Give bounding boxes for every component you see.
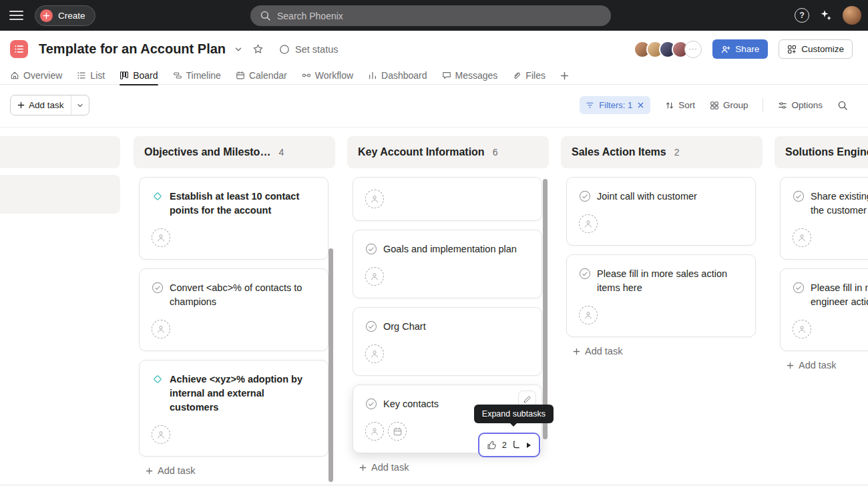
tab-calendar[interactable]: Calendar (236, 67, 287, 85)
task-check-icon[interactable] (365, 243, 377, 255)
options-button[interactable]: Options (778, 100, 823, 110)
task-card[interactable]: Achieve <xyz>% adoption by internal and … (139, 360, 329, 457)
tab-workflow[interactable]: Workflow (302, 67, 353, 85)
tab-timeline[interactable]: Timeline (173, 67, 221, 85)
tab-dashboard[interactable]: Dashboard (368, 67, 427, 85)
task-check-icon[interactable] (793, 190, 805, 202)
card-title: Joint call with customer (597, 190, 697, 204)
task-check-icon[interactable] (365, 398, 377, 410)
toolbar-divider (763, 99, 763, 112)
filters-chip[interactable]: Filters: 1 (580, 96, 650, 114)
global-search[interactable] (250, 5, 611, 26)
clear-filters-icon[interactable] (637, 101, 644, 109)
assignee-placeholder-icon[interactable] (365, 190, 384, 208)
board-toolbar: Add task Filters: 1 Sort Group (0, 95, 868, 117)
column-count: 6 (493, 147, 498, 158)
expand-subtasks-button[interactable]: 2 (478, 433, 540, 457)
column-header[interactable]: Solutions Engineering (775, 136, 868, 168)
plus-icon (17, 101, 25, 109)
task-check-icon[interactable] (152, 282, 164, 294)
tab-messages[interactable]: Messages (442, 67, 498, 85)
add-task-button[interactable]: Add task (11, 95, 71, 115)
assignee-placeholder-icon[interactable] (365, 267, 384, 286)
sort-button[interactable]: Sort (665, 100, 695, 110)
column-count: 2 (674, 147, 680, 158)
search-input[interactable] (277, 11, 602, 21)
task-card[interactable]: Establish at least 10 contact points for… (139, 177, 329, 260)
tab-files[interactable]: Files (512, 67, 546, 85)
assignee-placeholder-icon[interactable] (793, 320, 811, 338)
task-check-icon[interactable] (579, 268, 591, 280)
task-card[interactable]: Joint call with customer (566, 177, 756, 246)
column-title: Objectives and Milesto… (144, 146, 270, 158)
assignee-placeholder-icon[interactable] (579, 306, 598, 324)
plus-icon (146, 467, 153, 475)
column-title: Key Account Information (358, 146, 485, 158)
sidebar-toggle-button[interactable] (9, 9, 23, 22)
assignee-placeholder-icon[interactable] (793, 228, 811, 247)
task-check-icon[interactable] (365, 320, 377, 332)
tab-overview[interactable]: Overview (10, 67, 62, 85)
task-card[interactable]: Please fill in m engineer action it (780, 268, 868, 351)
assignee-placeholder-icon[interactable] (152, 425, 170, 444)
ai-sparkle-icon[interactable] (819, 9, 833, 22)
tab-board[interactable]: Board (120, 67, 158, 85)
group-button[interactable]: Group (710, 100, 748, 110)
milestone-diamond-icon[interactable] (152, 373, 164, 385)
subtasks-branch-icon (511, 440, 521, 450)
board-column-objectives: Objectives and Milesto… 4 Establish at l… (134, 136, 335, 476)
column-add-task-button[interactable]: Add task (573, 346, 622, 356)
user-avatar[interactable] (843, 6, 861, 25)
help-button[interactable]: ? (795, 8, 809, 23)
assignee-placeholder-icon[interactable] (152, 320, 170, 338)
customize-button[interactable]: Customize (779, 39, 853, 59)
member-avatars[interactable]: ··· (634, 41, 702, 58)
set-status-button[interactable]: Set status (279, 44, 338, 55)
filter-icon (586, 101, 594, 109)
create-button[interactable]: Create (35, 5, 95, 26)
search-icon (260, 10, 271, 21)
task-check-icon[interactable] (793, 282, 805, 294)
star-icon[interactable] (251, 42, 265, 56)
task-check-icon[interactable] (579, 190, 591, 202)
share-button[interactable]: Share (712, 39, 768, 59)
task-card[interactable]: Share existing the customer (780, 177, 868, 260)
column-scrollbar[interactable] (329, 248, 333, 482)
task-card-key-contacts[interactable]: Key contacts 2 (353, 385, 542, 453)
column-cards: Establish at least 10 contact points for… (134, 168, 335, 457)
assignee-placeholder-icon[interactable] (365, 344, 384, 363)
column-add-task-button[interactable]: Add task (359, 462, 409, 473)
due-date-placeholder-icon[interactable] (388, 422, 407, 441)
board-column-sales: Sales Action Items 2 Joint call with cus… (561, 136, 763, 356)
column-header[interactable]: Objectives and Milesto… 4 (134, 136, 335, 168)
add-view-button[interactable] (560, 67, 569, 85)
chevron-down-icon (77, 102, 83, 109)
dashboard-icon (368, 71, 377, 80)
assignee-placeholder-icon[interactable] (152, 228, 170, 247)
board-search-icon[interactable] (837, 100, 848, 111)
task-card[interactable]: Goals and implementation plan (353, 230, 542, 298)
task-card[interactable]: Please fill in more sales action items h… (566, 254, 756, 337)
assignee-placeholder-icon[interactable] (579, 214, 598, 233)
project-header-actions: ··· Share Customize (634, 31, 853, 67)
task-card[interactable] (353, 177, 542, 221)
add-task-dropdown-button[interactable] (71, 95, 89, 115)
task-card[interactable]: Org Chart (353, 307, 542, 376)
project-icon[interactable] (10, 40, 28, 58)
column-add-task-button[interactable]: Add task (146, 465, 195, 476)
task-card[interactable]: Convert <abc>% of contacts to champions (139, 268, 329, 351)
title-chevron-down-icon[interactable] (233, 44, 244, 55)
column-scrollbar[interactable] (543, 179, 548, 439)
column-title: Sales Action Items (572, 146, 666, 158)
milestone-diamond-icon[interactable] (152, 190, 164, 202)
assignee-placeholder-icon[interactable] (365, 422, 384, 441)
status-circle-icon (279, 44, 290, 55)
column-header[interactable]: Key Account Information 6 (347, 136, 549, 168)
more-members-button[interactable]: ··· (684, 41, 702, 58)
card-title: Org Chart (383, 320, 426, 334)
toolbar-rule (0, 127, 868, 128)
column-add-task-button[interactable]: Add task (787, 360, 836, 371)
messages-icon (442, 71, 451, 80)
column-header[interactable]: Sales Action Items 2 (561, 136, 763, 168)
tab-list[interactable]: List (77, 67, 105, 85)
